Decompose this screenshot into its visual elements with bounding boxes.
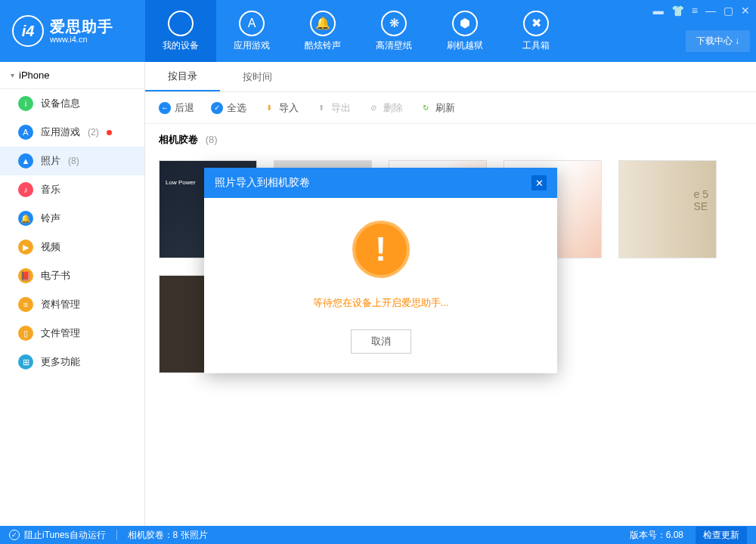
download-center-button[interactable]: 下载中心 ↓ <box>686 30 750 52</box>
file-icon: ▯ <box>18 326 33 341</box>
refresh-label: 刷新 <box>435 101 455 115</box>
sidebar: ▾ iPhone i设备信息A应用游戏(2)▲照片(8)♪音乐🔔铃声▶视频📕电子… <box>0 62 145 526</box>
book-icon: 📕 <box>18 268 33 283</box>
maximize-icon[interactable]: ▢ <box>723 5 733 17</box>
back-label: 后退 <box>175 101 194 115</box>
data-icon: ≡ <box>18 297 33 312</box>
minimize-icon[interactable]: — <box>705 5 716 17</box>
back-icon: ← <box>159 102 171 114</box>
photo-thumb[interactable] <box>618 160 717 258</box>
sidebar-item-3[interactable]: ♪音乐 <box>0 175 144 204</box>
sidebar-item-5[interactable]: ▶视频 <box>0 233 144 261</box>
sidebar-label: 视频 <box>41 240 60 254</box>
dialog-title: 照片导入到相机胶卷 <box>215 176 310 190</box>
sidebar-label: 铃声 <box>41 212 60 225</box>
status-info: 相机胶卷：8 张照片 <box>128 529 208 542</box>
sidebar-label: 应用游戏 <box>41 125 80 139</box>
dialog-header: 照片导入到相机胶卷 ✕ <box>204 168 557 198</box>
nav-label: 工具箱 <box>522 39 550 52</box>
nav-bell[interactable]: 🔔酷炫铃声 <box>287 0 358 62</box>
import-dialog: 照片导入到相机胶卷 ✕ ! 等待您在设备上开启爱思助手... 取消 <box>204 168 557 373</box>
appstore-icon: A <box>239 11 265 36</box>
apple-icon <box>168 11 194 36</box>
sidebar-label: 文件管理 <box>41 326 80 340</box>
album-name: 相机胶卷 <box>159 134 198 145</box>
more-icon: ⊞ <box>18 354 33 369</box>
brand-url: www.i4.cn <box>50 35 113 44</box>
nav-wallpaper[interactable]: ❋高清壁纸 <box>358 0 429 62</box>
wallpaper-icon: ❋ <box>381 11 407 36</box>
sidebar-item-7[interactable]: ≡资料管理 <box>0 290 144 319</box>
tab-0[interactable]: 按目录 <box>145 62 220 91</box>
info-icon: i <box>18 96 33 111</box>
app-logo: i4 爱思助手 www.i4.cn <box>0 0 145 62</box>
nav-label: 应用游戏 <box>234 39 270 52</box>
check-icon: ✓ <box>211 102 223 114</box>
bell-icon: 🔔 <box>310 11 336 36</box>
wrench-icon: ✖ <box>523 11 549 36</box>
brand-name: 爱思助手 <box>50 18 113 35</box>
close-icon[interactable]: ✕ <box>741 5 750 17</box>
sidebar-count: (2) <box>88 127 99 138</box>
refresh-icon: ↻ <box>420 102 432 114</box>
import-label: 导入 <box>279 101 299 115</box>
sidebar-item-4[interactable]: 🔔铃声 <box>0 204 144 233</box>
app-header: i4 爱思助手 www.i4.cn 我的设备A应用游戏🔔酷炫铃声❋高清壁纸⬢刷机… <box>0 0 756 62</box>
export-icon: ⬆ <box>315 102 327 114</box>
refresh-button[interactable]: ↻ 刷新 <box>420 101 455 115</box>
delete-label: 删除 <box>383 101 403 115</box>
sidebar-count: (8) <box>68 156 79 166</box>
back-button[interactable]: ← 后退 <box>159 101 194 115</box>
version-text: 版本号：6.08 <box>630 529 683 542</box>
status-bar: ✓ 阻止iTunes自动运行 相机胶卷：8 张照片 版本号：6.08 检查更新 <box>0 526 756 544</box>
notification-dot-icon <box>107 130 112 135</box>
dialog-message: 等待您在设备上开启爱思助手... <box>219 296 542 310</box>
sidebar-label: 更多功能 <box>41 355 80 369</box>
sidebar-item-9[interactable]: ⊞更多功能 <box>0 348 144 376</box>
apps-icon: A <box>18 125 33 140</box>
album-title: 相机胶卷 (8) <box>145 124 756 156</box>
delete-button[interactable]: ⊘ 删除 <box>367 101 403 115</box>
nav-label: 刷机越狱 <box>447 39 483 52</box>
import-button[interactable]: ⬇ 导入 <box>263 101 299 115</box>
sidebar-item-0[interactable]: i设备信息 <box>0 89 144 118</box>
export-button[interactable]: ⬆ 导出 <box>315 101 351 115</box>
select-all-label: 全选 <box>227 101 246 115</box>
cancel-button[interactable]: 取消 <box>351 329 411 354</box>
nav-label: 高清壁纸 <box>376 39 412 52</box>
video-icon: ▶ <box>18 240 33 255</box>
sidebar-item-1[interactable]: A应用游戏(2) <box>0 118 144 147</box>
sidebar-item-2[interactable]: ▲照片(8) <box>0 147 144 175</box>
tab-1[interactable]: 按时间 <box>220 62 295 91</box>
sidebar-label: 设备信息 <box>41 97 80 110</box>
itunes-block-toggle[interactable]: 阻止iTunes自动运行 <box>24 529 106 542</box>
nav-label: 酷炫铃声 <box>305 39 341 52</box>
sidebar-label: 音乐 <box>41 183 60 196</box>
skin-icon[interactable]: 👕 <box>671 5 684 17</box>
box-icon: ⬢ <box>452 11 478 36</box>
feedback-icon[interactable]: ▬ <box>653 5 664 17</box>
view-tabs: 按目录按时间 <box>145 62 756 92</box>
device-node[interactable]: ▾ iPhone <box>0 62 144 89</box>
menu-icon[interactable]: ≡ <box>692 5 698 17</box>
check-update-button[interactable]: 检查更新 <box>696 527 747 544</box>
photo-icon: ▲ <box>18 153 33 168</box>
sidebar-label: 照片 <box>41 154 60 168</box>
sidebar-list: i设备信息A应用游戏(2)▲照片(8)♪音乐🔔铃声▶视频📕电子书≡资料管理▯文件… <box>0 89 144 376</box>
select-all-button[interactable]: ✓ 全选 <box>211 101 246 115</box>
warning-icon: ! <box>352 221 410 278</box>
check-circle-icon[interactable]: ✓ <box>9 530 20 540</box>
dialog-close-button[interactable]: ✕ <box>531 175 547 190</box>
album-count: (8) <box>206 134 218 145</box>
nav-box[interactable]: ⬢刷机越狱 <box>429 0 500 62</box>
nav-wrench[interactable]: ✖工具箱 <box>500 0 572 62</box>
nav-apple[interactable]: 我的设备 <box>145 0 216 62</box>
delete-icon: ⊘ <box>367 102 380 114</box>
nav-appstore[interactable]: A应用游戏 <box>216 0 287 62</box>
import-icon: ⬇ <box>263 102 275 114</box>
ring-icon: 🔔 <box>18 211 33 226</box>
music-icon: ♪ <box>18 182 33 197</box>
toolbar: ← 后退 ✓ 全选 ⬇ 导入 ⬆ 导出 ⊘ 删除 ↻ 刷新 <box>145 92 756 124</box>
sidebar-item-6[interactable]: 📕电子书 <box>0 261 144 290</box>
sidebar-item-8[interactable]: ▯文件管理 <box>0 319 144 348</box>
